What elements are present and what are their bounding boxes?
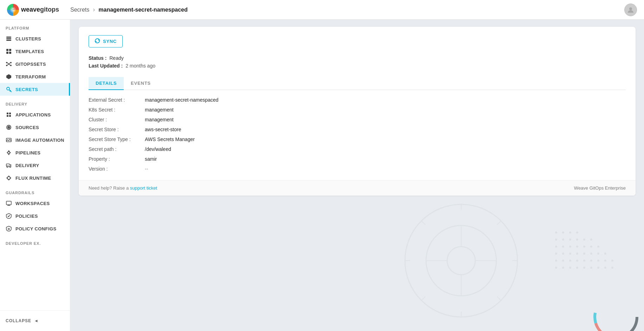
detail-cluster: Cluster : management — [89, 117, 626, 122]
svg-rect-5 — [6, 40, 11, 41]
gitopssets-icon — [6, 61, 12, 67]
terraform-label: TERRAFORM — [15, 74, 46, 79]
gitopssets-label: GITOPSSETS — [15, 62, 46, 67]
terraform-icon — [6, 74, 12, 80]
clusters-label: CLUSTERS — [15, 36, 41, 42]
workspaces-icon — [6, 200, 12, 206]
svg-point-70 — [569, 246, 571, 248]
collapse-button[interactable]: COLLAPSE ◄ — [0, 315, 70, 327]
templates-icon — [6, 48, 12, 55]
svg-point-62 — [555, 238, 557, 241]
sidebar: PLATFORM CLUSTERS TEMPLATES — [0, 20, 70, 331]
svg-point-76 — [562, 253, 564, 255]
guardrails-section-label: GUARDRAILS — [0, 184, 70, 197]
svg-point-13 — [6, 65, 7, 66]
svg-point-59 — [562, 231, 564, 234]
main-card: SYNC Status : Ready Last Updated : 2 mon… — [79, 27, 636, 196]
sidebar-item-clusters[interactable]: CLUSTERS — [0, 32, 70, 45]
external-secret-value: management-secret-namespaced — [145, 97, 218, 103]
platform-section-label: PLATFORM — [0, 20, 70, 32]
sidebar-item-gitopssets[interactable]: GITOPSSETS — [0, 58, 70, 70]
last-updated-value: 2 months ago — [125, 63, 155, 69]
breadcrumb-separator: › — [93, 6, 95, 13]
svg-point-99 — [604, 267, 606, 269]
detail-external-secret: External Secret : management-secret-name… — [89, 97, 626, 103]
secrets-icon — [6, 86, 12, 93]
svg-rect-24 — [9, 113, 11, 114]
sidebar-item-secrets[interactable]: SECRETS — [0, 83, 70, 96]
svg-point-14 — [10, 65, 12, 66]
sidebar-item-applications[interactable]: APPLICATIONS — [0, 108, 70, 121]
cluster-value: management — [145, 117, 174, 122]
svg-point-101 — [595, 296, 637, 331]
background-decoration — [398, 190, 644, 331]
sidebar-item-image-automation[interactable]: IMAGE AUTOMATION — [0, 134, 70, 146]
svg-point-94 — [569, 267, 571, 269]
svg-point-42 — [8, 228, 9, 230]
help-text-prefix: Need help? Raise a — [89, 185, 130, 191]
sources-label: SOURCES — [15, 125, 39, 130]
breadcrumb-parent[interactable]: Secrets — [70, 7, 89, 13]
sidebar-item-workspaces[interactable]: WORKSPACES — [0, 197, 70, 210]
svg-point-78 — [576, 253, 578, 255]
svg-line-53 — [421, 221, 425, 225]
svg-point-87 — [583, 260, 585, 262]
svg-point-63 — [562, 238, 564, 241]
svg-point-64 — [569, 238, 571, 241]
svg-line-17 — [7, 64, 8, 65]
svg-point-89 — [597, 260, 599, 262]
sidebar-item-delivery[interactable]: DELIVERY — [0, 159, 70, 172]
svg-point-11 — [6, 62, 7, 63]
version-label: Version : — [89, 166, 145, 172]
svg-point-58 — [555, 231, 557, 234]
status-label: Status : — [89, 55, 107, 61]
sidebar-item-pipelines[interactable]: PIPELINES — [0, 146, 70, 159]
svg-point-103 — [595, 296, 637, 331]
svg-point-44 — [426, 225, 496, 296]
help-text: Need help? Raise a support ticket — [89, 185, 157, 191]
sidebar-item-policies[interactable]: POLICIES — [0, 210, 70, 222]
svg-point-65 — [576, 238, 578, 241]
svg-point-75 — [555, 253, 557, 255]
svg-point-84 — [562, 260, 564, 262]
breadcrumb-current: management-secret-namespaced — [98, 7, 187, 13]
sidebar-item-policy-configs[interactable]: POLICY CONFIGS — [0, 222, 70, 235]
sidebar-item-flux-runtime[interactable]: FLUX RUNTIME — [0, 172, 70, 184]
svg-rect-23 — [7, 113, 8, 114]
templates-label: TEMPLATES — [15, 49, 44, 54]
svg-point-92 — [555, 267, 557, 269]
svg-point-2 — [629, 7, 632, 10]
support-ticket-link[interactable]: support ticket — [130, 185, 157, 191]
cluster-label: Cluster : — [89, 117, 145, 122]
svg-point-90 — [604, 260, 606, 262]
logo[interactable]: G weavegitops — [7, 4, 59, 16]
svg-rect-7 — [9, 49, 11, 51]
svg-point-98 — [597, 267, 599, 269]
svg-point-74 — [597, 246, 599, 248]
svg-point-93 — [562, 267, 564, 269]
svg-point-61 — [576, 231, 578, 234]
svg-point-69 — [562, 246, 564, 248]
last-updated-label: Last Updated : — [89, 63, 123, 69]
sidebar-item-templates[interactable]: TEMPLATES — [0, 45, 70, 58]
sidebar-item-sources[interactable]: SOURCES — [0, 121, 70, 134]
card-footer: Need help? Raise a support ticket Weave … — [79, 180, 636, 196]
svg-line-15 — [7, 63, 8, 64]
tab-events[interactable]: EVENTS — [124, 77, 158, 90]
tab-details[interactable]: DETAILS — [89, 77, 124, 90]
svg-point-102 — [595, 296, 637, 331]
logo-icon: G — [7, 4, 19, 16]
svg-point-91 — [611, 260, 613, 262]
sidebar-footer: COLLAPSE ◄ — [0, 310, 70, 331]
sidebar-item-terraform[interactable]: TERRAFORM — [0, 70, 70, 83]
svg-point-60 — [569, 231, 571, 234]
user-avatar[interactable] — [624, 4, 637, 16]
sync-button[interactable]: SYNC — [89, 35, 123, 47]
secret-path-label: Secret path : — [89, 146, 145, 152]
last-updated-row: Last Updated : 2 months ago — [89, 63, 626, 69]
details-table: External Secret : management-secret-name… — [89, 97, 626, 172]
svg-point-12 — [10, 62, 12, 63]
delivery-icon — [6, 162, 12, 168]
collapse-label: COLLAPSE — [6, 318, 31, 323]
status-row: Status : Ready — [89, 55, 626, 61]
